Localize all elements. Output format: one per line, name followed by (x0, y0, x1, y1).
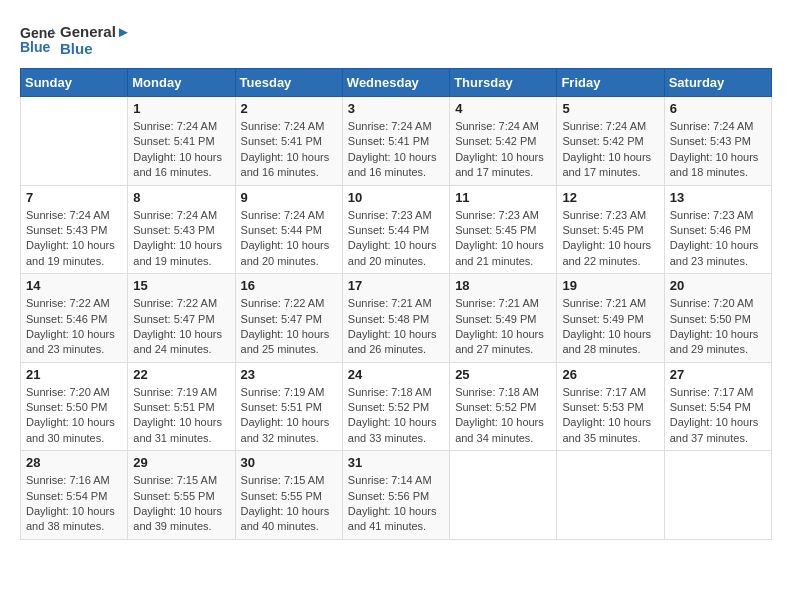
day-number: 19 (562, 278, 658, 293)
header: General Blue General► Blue (20, 20, 772, 60)
day-info: Sunrise: 7:24 AMSunset: 5:43 PMDaylight:… (670, 119, 766, 181)
calendar-cell: 13Sunrise: 7:23 AMSunset: 5:46 PMDayligh… (664, 185, 771, 274)
header-cell-sunday: Sunday (21, 69, 128, 97)
day-info: Sunrise: 7:24 AMSunset: 5:44 PMDaylight:… (241, 208, 337, 270)
day-number: 1 (133, 101, 229, 116)
svg-text:Blue: Blue (20, 39, 51, 55)
calendar-cell: 6Sunrise: 7:24 AMSunset: 5:43 PMDaylight… (664, 97, 771, 186)
calendar-cell: 5Sunrise: 7:24 AMSunset: 5:42 PMDaylight… (557, 97, 664, 186)
calendar-cell: 9Sunrise: 7:24 AMSunset: 5:44 PMDaylight… (235, 185, 342, 274)
calendar-week-row: 28Sunrise: 7:16 AMSunset: 5:54 PMDayligh… (21, 451, 772, 540)
day-number: 22 (133, 367, 229, 382)
day-number: 8 (133, 190, 229, 205)
calendar-cell: 18Sunrise: 7:21 AMSunset: 5:49 PMDayligh… (450, 274, 557, 363)
day-number: 24 (348, 367, 444, 382)
day-info: Sunrise: 7:23 AMSunset: 5:45 PMDaylight:… (562, 208, 658, 270)
calendar-cell: 23Sunrise: 7:19 AMSunset: 5:51 PMDayligh… (235, 362, 342, 451)
day-info: Sunrise: 7:24 AMSunset: 5:42 PMDaylight:… (562, 119, 658, 181)
day-number: 3 (348, 101, 444, 116)
day-number: 17 (348, 278, 444, 293)
day-info: Sunrise: 7:17 AMSunset: 5:54 PMDaylight:… (670, 385, 766, 447)
calendar-cell: 27Sunrise: 7:17 AMSunset: 5:54 PMDayligh… (664, 362, 771, 451)
day-info: Sunrise: 7:24 AMSunset: 5:42 PMDaylight:… (455, 119, 551, 181)
day-number: 28 (26, 455, 122, 470)
day-info: Sunrise: 7:22 AMSunset: 5:46 PMDaylight:… (26, 296, 122, 358)
day-number: 9 (241, 190, 337, 205)
calendar-cell: 8Sunrise: 7:24 AMSunset: 5:43 PMDaylight… (128, 185, 235, 274)
calendar-cell: 11Sunrise: 7:23 AMSunset: 5:45 PMDayligh… (450, 185, 557, 274)
day-number: 16 (241, 278, 337, 293)
calendar-cell: 28Sunrise: 7:16 AMSunset: 5:54 PMDayligh… (21, 451, 128, 540)
day-number: 5 (562, 101, 658, 116)
day-info: Sunrise: 7:24 AMSunset: 5:41 PMDaylight:… (348, 119, 444, 181)
day-info: Sunrise: 7:24 AMSunset: 5:41 PMDaylight:… (133, 119, 229, 181)
calendar-cell: 17Sunrise: 7:21 AMSunset: 5:48 PMDayligh… (342, 274, 449, 363)
calendar-week-row: 21Sunrise: 7:20 AMSunset: 5:50 PMDayligh… (21, 362, 772, 451)
calendar-cell: 12Sunrise: 7:23 AMSunset: 5:45 PMDayligh… (557, 185, 664, 274)
day-info: Sunrise: 7:21 AMSunset: 5:48 PMDaylight:… (348, 296, 444, 358)
calendar-cell: 16Sunrise: 7:22 AMSunset: 5:47 PMDayligh… (235, 274, 342, 363)
calendar-cell: 20Sunrise: 7:20 AMSunset: 5:50 PMDayligh… (664, 274, 771, 363)
day-number: 11 (455, 190, 551, 205)
day-number: 6 (670, 101, 766, 116)
day-number: 2 (241, 101, 337, 116)
calendar-cell: 25Sunrise: 7:18 AMSunset: 5:52 PMDayligh… (450, 362, 557, 451)
day-info: Sunrise: 7:24 AMSunset: 5:43 PMDaylight:… (133, 208, 229, 270)
day-number: 30 (241, 455, 337, 470)
day-number: 23 (241, 367, 337, 382)
logo-icon: General Blue (20, 20, 56, 56)
calendar-cell: 30Sunrise: 7:15 AMSunset: 5:55 PMDayligh… (235, 451, 342, 540)
calendar-cell: 3Sunrise: 7:24 AMSunset: 5:41 PMDaylight… (342, 97, 449, 186)
day-info: Sunrise: 7:24 AMSunset: 5:41 PMDaylight:… (241, 119, 337, 181)
day-number: 25 (455, 367, 551, 382)
day-info: Sunrise: 7:22 AMSunset: 5:47 PMDaylight:… (241, 296, 337, 358)
day-info: Sunrise: 7:21 AMSunset: 5:49 PMDaylight:… (562, 296, 658, 358)
calendar-week-row: 14Sunrise: 7:22 AMSunset: 5:46 PMDayligh… (21, 274, 772, 363)
day-number: 7 (26, 190, 122, 205)
calendar-cell: 21Sunrise: 7:20 AMSunset: 5:50 PMDayligh… (21, 362, 128, 451)
calendar-cell: 22Sunrise: 7:19 AMSunset: 5:51 PMDayligh… (128, 362, 235, 451)
day-info: Sunrise: 7:17 AMSunset: 5:53 PMDaylight:… (562, 385, 658, 447)
day-info: Sunrise: 7:20 AMSunset: 5:50 PMDaylight:… (670, 296, 766, 358)
header-cell-friday: Friday (557, 69, 664, 97)
logo: General Blue General► Blue (20, 20, 131, 60)
day-info: Sunrise: 7:16 AMSunset: 5:54 PMDaylight:… (26, 473, 122, 535)
header-cell-wednesday: Wednesday (342, 69, 449, 97)
day-info: Sunrise: 7:19 AMSunset: 5:51 PMDaylight:… (241, 385, 337, 447)
day-info: Sunrise: 7:15 AMSunset: 5:55 PMDaylight:… (241, 473, 337, 535)
day-info: Sunrise: 7:18 AMSunset: 5:52 PMDaylight:… (348, 385, 444, 447)
day-info: Sunrise: 7:19 AMSunset: 5:51 PMDaylight:… (133, 385, 229, 447)
day-info: Sunrise: 7:18 AMSunset: 5:52 PMDaylight:… (455, 385, 551, 447)
day-info: Sunrise: 7:14 AMSunset: 5:56 PMDaylight:… (348, 473, 444, 535)
calendar-cell: 14Sunrise: 7:22 AMSunset: 5:46 PMDayligh… (21, 274, 128, 363)
calendar-cell: 24Sunrise: 7:18 AMSunset: 5:52 PMDayligh… (342, 362, 449, 451)
day-number: 29 (133, 455, 229, 470)
calendar-week-row: 7Sunrise: 7:24 AMSunset: 5:43 PMDaylight… (21, 185, 772, 274)
calendar-cell (557, 451, 664, 540)
day-number: 21 (26, 367, 122, 382)
day-info: Sunrise: 7:15 AMSunset: 5:55 PMDaylight:… (133, 473, 229, 535)
calendar-cell (21, 97, 128, 186)
day-info: Sunrise: 7:23 AMSunset: 5:46 PMDaylight:… (670, 208, 766, 270)
calendar-cell: 7Sunrise: 7:24 AMSunset: 5:43 PMDaylight… (21, 185, 128, 274)
header-cell-saturday: Saturday (664, 69, 771, 97)
calendar-cell: 19Sunrise: 7:21 AMSunset: 5:49 PMDayligh… (557, 274, 664, 363)
day-number: 31 (348, 455, 444, 470)
day-number: 27 (670, 367, 766, 382)
calendar-table: SundayMondayTuesdayWednesdayThursdayFrid… (20, 68, 772, 540)
day-info: Sunrise: 7:22 AMSunset: 5:47 PMDaylight:… (133, 296, 229, 358)
day-number: 15 (133, 278, 229, 293)
day-info: Sunrise: 7:23 AMSunset: 5:45 PMDaylight:… (455, 208, 551, 270)
calendar-cell: 4Sunrise: 7:24 AMSunset: 5:42 PMDaylight… (450, 97, 557, 186)
header-cell-monday: Monday (128, 69, 235, 97)
calendar-cell: 29Sunrise: 7:15 AMSunset: 5:55 PMDayligh… (128, 451, 235, 540)
calendar-body: 1Sunrise: 7:24 AMSunset: 5:41 PMDaylight… (21, 97, 772, 540)
calendar-cell: 15Sunrise: 7:22 AMSunset: 5:47 PMDayligh… (128, 274, 235, 363)
calendar-cell: 2Sunrise: 7:24 AMSunset: 5:41 PMDaylight… (235, 97, 342, 186)
day-number: 4 (455, 101, 551, 116)
day-info: Sunrise: 7:23 AMSunset: 5:44 PMDaylight:… (348, 208, 444, 270)
calendar-cell: 1Sunrise: 7:24 AMSunset: 5:41 PMDaylight… (128, 97, 235, 186)
day-number: 14 (26, 278, 122, 293)
day-number: 26 (562, 367, 658, 382)
calendar-cell: 31Sunrise: 7:14 AMSunset: 5:56 PMDayligh… (342, 451, 449, 540)
